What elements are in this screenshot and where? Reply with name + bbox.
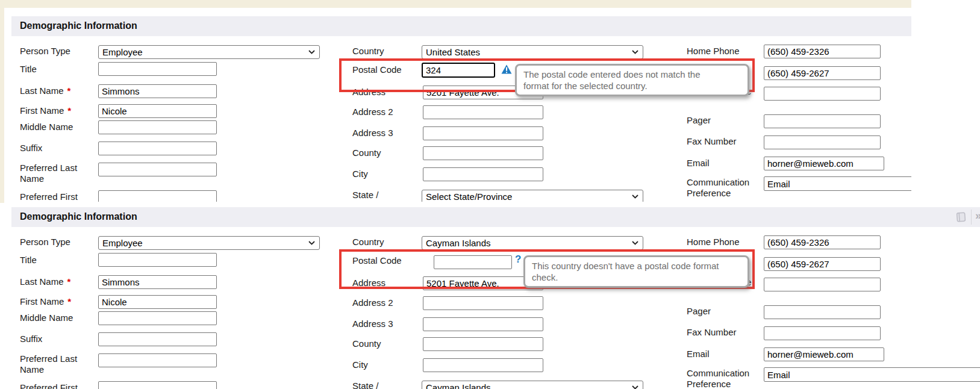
- address3-input[interactable]: [423, 317, 543, 331]
- alternate-phone-input[interactable]: [764, 278, 881, 291]
- state-select[interactable]: Select State/Province: [422, 190, 643, 202]
- chevron-down-icon: [632, 385, 638, 389]
- email-label: Email: [687, 158, 710, 169]
- email-input[interactable]: [764, 157, 884, 170]
- country-label: Country: [352, 46, 384, 57]
- country-select[interactable]: Cayman Islands: [422, 236, 643, 250]
- home-phone-input[interactable]: [764, 45, 881, 58]
- address2-label: Address 2: [352, 297, 393, 308]
- home-phone-input[interactable]: [764, 235, 881, 249]
- address3-input[interactable]: [423, 126, 543, 140]
- state-label: State / Province: [352, 190, 395, 202]
- required-asterisk: *: [67, 296, 71, 307]
- first-name-input[interactable]: [98, 104, 217, 118]
- first-name-label: First Name*: [20, 105, 71, 116]
- pager-label: Pager: [687, 115, 711, 126]
- warning-triangle-icon[interactable]: [501, 64, 512, 76]
- required-asterisk: *: [67, 105, 71, 116]
- tooltip-line: check.: [532, 272, 741, 283]
- demographic-panel-us: Demographic Information Person Type Empl…: [11, 16, 911, 202]
- middle-name-label: Middle Name: [20, 122, 73, 132]
- page-top-strip: [0, 0, 911, 8]
- person-type-value: Employee: [102, 238, 143, 248]
- title-label: Title: [20, 64, 37, 75]
- required-asterisk: *: [67, 86, 71, 96]
- second-phone-input[interactable]: [764, 66, 881, 80]
- postal-code-input[interactable]: [434, 255, 512, 269]
- county-input[interactable]: [423, 146, 543, 160]
- required-asterisk: *: [67, 276, 71, 287]
- section-header: Demographic Information »: [11, 207, 980, 227]
- address-label: Address: [352, 87, 385, 98]
- state-label: State / Province: [352, 381, 395, 389]
- middle-name-input[interactable]: [98, 120, 217, 134]
- city-label: City: [352, 359, 368, 370]
- second-phone-input[interactable]: [764, 257, 881, 271]
- middle-name-input[interactable]: [98, 311, 217, 325]
- suffix-input[interactable]: [98, 332, 217, 346]
- email-label: Email: [687, 349, 710, 359]
- country-select[interactable]: United States: [422, 45, 643, 59]
- first-name-input[interactable]: [98, 295, 217, 309]
- address2-input[interactable]: [423, 105, 543, 119]
- chevron-down-icon: [632, 50, 638, 54]
- fax-number-input[interactable]: [764, 326, 881, 340]
- pager-input[interactable]: [764, 114, 881, 128]
- home-phone-label: Home Phone: [687, 46, 740, 57]
- person-type-select[interactable]: Employee: [98, 236, 320, 250]
- city-input[interactable]: [423, 358, 543, 372]
- title-input[interactable]: [98, 62, 217, 76]
- city-input[interactable]: [423, 167, 543, 181]
- header-divider: [971, 210, 972, 225]
- county-input[interactable]: [423, 337, 543, 351]
- suffix-input[interactable]: [98, 142, 217, 155]
- preferred-first-input[interactable]: [98, 190, 217, 202]
- question-mark-icon[interactable]: ?: [515, 254, 521, 266]
- chevron-down-icon: [632, 241, 638, 245]
- postal-code-input[interactable]: [422, 63, 495, 78]
- communication-preference-input[interactable]: [764, 367, 980, 382]
- last-name-label: Last Name*: [20, 276, 70, 287]
- book-icon[interactable]: [955, 211, 967, 225]
- country-label: Country: [352, 237, 384, 247]
- preferred-last-name-label: Preferred Last Name: [20, 353, 87, 375]
- alternate-phone-input[interactable]: [764, 87, 881, 101]
- last-name-input[interactable]: [98, 84, 217, 98]
- preferred-last-name-input[interactable]: [98, 163, 217, 176]
- tooltip-line: The postal code entered does not match t…: [523, 69, 741, 80]
- suffix-label: Suffix: [20, 334, 42, 344]
- communication-preference-label: Communication Preference: [687, 368, 762, 389]
- address3-label: Address 3: [352, 128, 393, 138]
- last-name-input[interactable]: [98, 275, 217, 289]
- preferred-last-name-input[interactable]: [98, 353, 217, 367]
- address2-label: Address 2: [352, 107, 393, 117]
- fax-number-input[interactable]: [764, 135, 881, 149]
- communication-preference-input[interactable]: [764, 176, 911, 191]
- preferred-last-name-label: Preferred Last Name: [20, 163, 87, 184]
- title-label: Title: [20, 255, 37, 266]
- tooltip-line: This country doesn't have a postal code …: [532, 260, 741, 272]
- person-type-label: Person Type: [20, 46, 70, 57]
- page-left-strip: [0, 8, 4, 203]
- pager-label: Pager: [687, 306, 711, 317]
- country-value: United States: [426, 47, 480, 57]
- preferred-first-input[interactable]: [98, 381, 217, 389]
- person-type-select[interactable]: Employee: [98, 45, 320, 59]
- pager-input[interactable]: [764, 305, 881, 319]
- chevron-down-icon: [308, 241, 315, 245]
- tooltip-line: format for the selected country.: [523, 80, 741, 92]
- address2-input[interactable]: [423, 296, 543, 310]
- chevron-down-icon: [632, 194, 638, 199]
- city-label: City: [352, 169, 368, 179]
- postal-code-tooltip: This country doesn't have a postal code …: [523, 255, 749, 288]
- title-input[interactable]: [98, 253, 217, 267]
- fax-number-label: Fax Number: [687, 327, 737, 338]
- double-chevron-right-icon[interactable]: »: [975, 209, 980, 222]
- email-input[interactable]: [764, 347, 884, 361]
- last-name-label: Last Name*: [20, 86, 70, 96]
- middle-name-label: Middle Name: [20, 313, 73, 323]
- home-phone-label: Home Phone: [687, 237, 740, 247]
- section-header: Demographic Information: [11, 16, 911, 36]
- postal-code-label: Postal Code: [352, 255, 402, 266]
- state-select[interactable]: Cayman Islands: [422, 381, 643, 389]
